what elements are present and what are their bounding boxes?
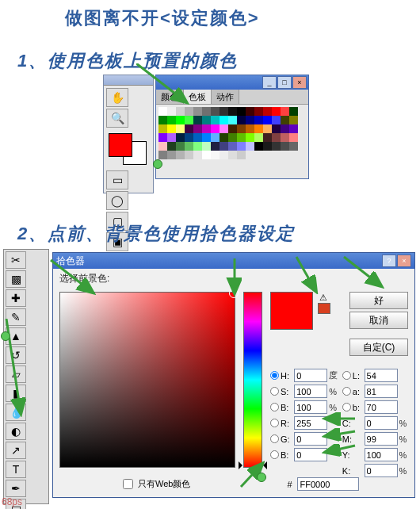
hand-tool[interactable]: ✋ [106, 88, 128, 107]
swatch[interactable] [193, 124, 202, 133]
swatch[interactable] [158, 116, 167, 124]
l-radio[interactable]: L: [342, 371, 361, 381]
a-input[interactable] [365, 385, 398, 398]
swatch[interactable] [237, 107, 246, 116]
foreground-swatch[interactable] [109, 133, 132, 157]
swatch[interactable] [228, 142, 237, 151]
cancel-button[interactable]: 取消 [349, 312, 408, 329]
swatch[interactable] [185, 133, 193, 142]
swatch[interactable] [263, 142, 272, 151]
swatch[interactable] [263, 116, 272, 124]
c-input[interactable] [365, 416, 398, 430]
swatch[interactable] [202, 133, 211, 142]
swatch[interactable] [167, 142, 176, 151]
swatch[interactable] [193, 151, 202, 159]
swatch[interactable] [272, 116, 281, 124]
maximize-icon[interactable]: □ [277, 76, 292, 89]
zoom-tool[interactable]: 🔍 [106, 109, 128, 128]
heal-tool[interactable]: ✚ [6, 289, 26, 307]
g-radio[interactable]: G: [270, 434, 291, 444]
swatch[interactable] [228, 151, 237, 159]
gamut-swatch[interactable] [318, 303, 330, 314]
swatch[interactable] [185, 142, 193, 151]
swatch[interactable] [263, 124, 272, 133]
h-input[interactable] [294, 369, 327, 382]
swatch[interactable] [246, 124, 254, 133]
m-input[interactable] [365, 432, 398, 446]
swatch[interactable] [237, 133, 246, 142]
swatch[interactable] [193, 116, 202, 124]
swatch[interactable] [281, 124, 289, 133]
y-input[interactable] [365, 448, 398, 461]
mode-mask[interactable]: ◯ [106, 191, 128, 210]
color-field[interactable] [59, 292, 235, 468]
b-radio[interactable]: B: [270, 450, 291, 460]
crop-tool[interactable]: ✂ [6, 251, 26, 269]
swatch[interactable] [220, 151, 228, 159]
hex-input[interactable] [297, 477, 359, 491]
swatch[interactable] [254, 142, 263, 151]
swatch[interactable] [220, 116, 228, 124]
path-tool[interactable]: ↗ [6, 442, 26, 459]
s-input[interactable] [294, 385, 327, 398]
swatch[interactable] [281, 116, 289, 124]
swatch[interactable] [176, 133, 185, 142]
slice-tool[interactable]: ▩ [6, 270, 26, 288]
bb-radio[interactable]: b: [342, 403, 361, 412]
swatch[interactable] [202, 124, 211, 133]
custom-button[interactable]: 自定(C) [349, 339, 408, 356]
swatch[interactable] [202, 116, 211, 124]
r-radio[interactable]: R: [270, 419, 291, 428]
swatch[interactable] [272, 107, 281, 116]
swatch[interactable] [289, 142, 298, 151]
swatch[interactable] [289, 124, 298, 133]
web-only-checkbox[interactable] [123, 479, 133, 489]
swatch[interactable] [167, 133, 176, 142]
swatch[interactable] [289, 116, 298, 124]
swatch[interactable] [228, 133, 237, 142]
swatch[interactable] [228, 116, 237, 124]
swatch[interactable] [281, 142, 289, 151]
swatch[interactable] [272, 142, 281, 151]
swatch[interactable] [176, 124, 185, 133]
swatch[interactable] [254, 124, 263, 133]
swatch[interactable] [228, 107, 237, 116]
swatch[interactable] [185, 116, 193, 124]
swatch[interactable] [193, 107, 202, 116]
swatch[interactable] [202, 107, 211, 116]
swatch[interactable] [185, 151, 193, 159]
swatch[interactable] [185, 124, 193, 133]
swatch[interactable] [176, 142, 185, 151]
swatch[interactable] [158, 142, 167, 151]
dodge-tool[interactable]: ◐ [6, 423, 26, 440]
swatch[interactable] [263, 133, 272, 142]
swatch[interactable] [176, 151, 185, 159]
swatch[interactable] [237, 124, 246, 133]
swatch[interactable] [211, 151, 220, 159]
swatch[interactable] [167, 124, 176, 133]
swatch[interactable] [289, 107, 298, 116]
swatch[interactable] [202, 151, 211, 159]
minimize-icon[interactable]: _ [262, 76, 277, 89]
swatch[interactable] [158, 151, 167, 159]
swatch[interactable] [220, 124, 228, 133]
swatch[interactable] [211, 142, 220, 151]
swatch[interactable] [158, 133, 167, 142]
swatch[interactable] [281, 133, 289, 142]
swatch[interactable] [254, 133, 263, 142]
swatch[interactable] [246, 107, 254, 116]
swatch[interactable] [193, 142, 202, 151]
h-radio[interactable]: H: [270, 371, 291, 381]
swatch[interactable] [289, 133, 298, 142]
swatch[interactable] [167, 151, 176, 159]
hue-slider[interactable] [243, 292, 262, 468]
swatch[interactable] [246, 142, 254, 151]
swatch[interactable] [211, 116, 220, 124]
a-radio[interactable]: a: [342, 387, 361, 396]
swatch[interactable] [211, 124, 220, 133]
bb-input[interactable] [365, 400, 398, 414]
swatch[interactable] [167, 116, 176, 124]
swatch[interactable] [246, 116, 254, 124]
text-tool[interactable]: T [6, 461, 26, 478]
s-radio[interactable]: S: [270, 387, 291, 396]
